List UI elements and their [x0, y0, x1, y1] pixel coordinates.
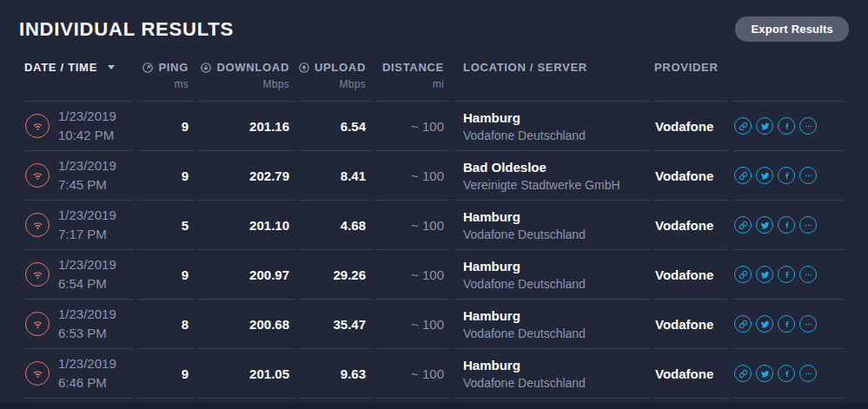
wifi-icon — [25, 312, 50, 336]
upload-icon — [298, 62, 310, 74]
column-header-date-time[interactable]: DATE / TIME — [24, 50, 133, 102]
upload-value: 9.63 — [300, 349, 371, 399]
location-city: Hamburg — [463, 259, 648, 274]
share-more-button[interactable] — [799, 365, 817, 382]
ping-value: 9 — [138, 102, 194, 151]
share-twitter-button[interactable] — [756, 167, 773, 184]
share-link-button[interactable] — [734, 315, 752, 333]
wifi-icon — [25, 114, 50, 138]
export-results-button[interactable]: Export Results — [735, 16, 849, 42]
share-facebook-button[interactable] — [778, 365, 795, 382]
results-page: INDIVIDUAL RESULTS Export Results DATE /… — [0, 0, 868, 399]
share-twitter-button[interactable] — [756, 216, 773, 234]
ping-value: 9 — [138, 250, 194, 300]
header-bar: INDIVIDUAL RESULTS Export Results — [19, 0, 849, 42]
location-header-label: LOCATION / SERVER — [463, 61, 587, 74]
date-value: 1/23/2019 — [58, 354, 116, 373]
date-time-value: 1/23/2019 6:46 PM — [58, 354, 116, 393]
download-value: 201.16 — [199, 102, 295, 151]
share-twitter-button[interactable] — [756, 365, 773, 382]
date-value: 1/23/2019 — [58, 255, 116, 274]
download-value: 202.79 — [199, 151, 295, 201]
time-value: 6:46 PM — [58, 373, 116, 393]
time-value: 6:53 PM — [58, 324, 116, 343]
date-time-cell: 1/23/2019 6:46 PM — [24, 349, 133, 399]
date-value: 1/23/2019 — [58, 107, 116, 126]
provider-value: Vodafone — [654, 102, 728, 151]
column-header-upload: UPLOAD Mbps — [300, 50, 371, 102]
location-server-cell: Bad Oldesloe Vereinigte Stadtwerke GmbH — [454, 151, 649, 201]
share-cell — [733, 151, 844, 201]
date-time-cell: 1/23/2019 6:53 PM — [24, 300, 133, 349]
share-facebook-button[interactable] — [778, 266, 795, 283]
provider-value: Vodafone — [654, 151, 728, 201]
table-row: 1/23/2019 10:42 PM 9 201.16 6.54 ~ 100 H… — [24, 102, 844, 151]
distance-value: ~ 100 — [376, 201, 449, 250]
location-server-cell: Hamburg Vodafone Deutschland — [454, 102, 649, 151]
distance-header-label: DISTANCE — [382, 61, 444, 74]
upload-unit-label: Mbps — [300, 78, 366, 90]
wifi-icon — [25, 361, 50, 386]
date-time-value: 1/23/2019 6:53 PM — [58, 305, 116, 343]
date-time-value: 1/23/2019 6:54 PM — [58, 255, 116, 294]
ping-header-label: PING — [158, 61, 189, 74]
column-header-location-server: LOCATION / SERVER — [454, 50, 649, 102]
date-time-cell: 1/23/2019 7:17 PM — [24, 201, 133, 250]
share-more-button[interactable] — [799, 117, 817, 135]
share-twitter-button[interactable] — [756, 315, 773, 333]
column-header-download: DOWNLOAD Mbps — [199, 50, 295, 102]
share-cell — [733, 250, 844, 300]
share-link-button[interactable] — [734, 216, 752, 234]
share-more-button[interactable] — [799, 167, 817, 184]
download-value: 201.10 — [199, 201, 295, 250]
share-cell — [733, 201, 844, 250]
date-time-cell: 1/23/2019 6:54 PM — [24, 250, 133, 300]
location-server-cell: Hamburg Vodafone Deutschland — [454, 349, 649, 399]
share-twitter-button[interactable] — [756, 266, 773, 283]
upload-value: 8.41 — [300, 151, 371, 201]
time-value: 10:42 PM — [58, 126, 116, 145]
share-link-button[interactable] — [734, 365, 752, 382]
distance-value: ~ 100 — [376, 349, 449, 399]
share-more-button[interactable] — [799, 216, 817, 234]
share-link-button[interactable] — [734, 167, 752, 184]
ping-value: 8 — [138, 300, 194, 349]
server-name: Vereinigte Stadtwerke GmbH — [463, 178, 648, 192]
share-facebook-button[interactable] — [778, 216, 795, 234]
wifi-icon — [25, 262, 50, 287]
share-facebook-button[interactable] — [778, 117, 795, 135]
provider-value: Vodafone — [654, 250, 728, 300]
server-name: Vodafone Deutschland — [463, 277, 648, 291]
date-time-cell: 1/23/2019 7:45 PM — [24, 151, 133, 201]
date-time-header-label: DATE / TIME — [24, 61, 97, 74]
share-link-button[interactable] — [734, 266, 752, 283]
table-row: 1/23/2019 7:45 PM 9 202.79 8.41 ~ 100 Ba… — [24, 151, 844, 201]
provider-value: Vodafone — [654, 300, 728, 349]
share-facebook-button[interactable] — [778, 167, 795, 184]
upload-value: 35.47 — [300, 300, 371, 349]
download-unit-label: Mbps — [199, 78, 289, 90]
date-time-value: 1/23/2019 7:17 PM — [58, 206, 116, 244]
page-title: INDIVIDUAL RESULTS — [19, 18, 234, 41]
share-cell — [733, 349, 844, 399]
location-city: Hamburg — [463, 110, 648, 125]
date-value: 1/23/2019 — [58, 156, 116, 175]
location-city: Hamburg — [463, 308, 648, 323]
share-facebook-button[interactable] — [778, 315, 795, 333]
distance-unit-label: mi — [376, 78, 444, 90]
ping-unit-label: ms — [138, 78, 189, 90]
download-header-label: DOWNLOAD — [216, 61, 289, 74]
ping-value: 9 — [138, 349, 194, 399]
location-city: Hamburg — [463, 209, 648, 224]
share-twitter-button[interactable] — [756, 117, 773, 135]
location-server-cell: Hamburg Vodafone Deutschland — [454, 201, 649, 250]
upload-value: 29.26 — [300, 250, 371, 300]
table-row: 1/23/2019 7:17 PM 5 201.10 4.68 ~ 100 Ha… — [24, 201, 844, 250]
share-cell — [733, 300, 844, 349]
share-more-button[interactable] — [799, 266, 817, 283]
share-more-button[interactable] — [799, 315, 817, 333]
table-row: 1/23/2019 6:54 PM 9 200.97 29.26 ~ 100 H… — [24, 250, 844, 300]
share-link-button[interactable] — [734, 117, 752, 135]
share-cell — [733, 102, 844, 151]
provider-header-label: PROVIDER — [654, 61, 719, 74]
